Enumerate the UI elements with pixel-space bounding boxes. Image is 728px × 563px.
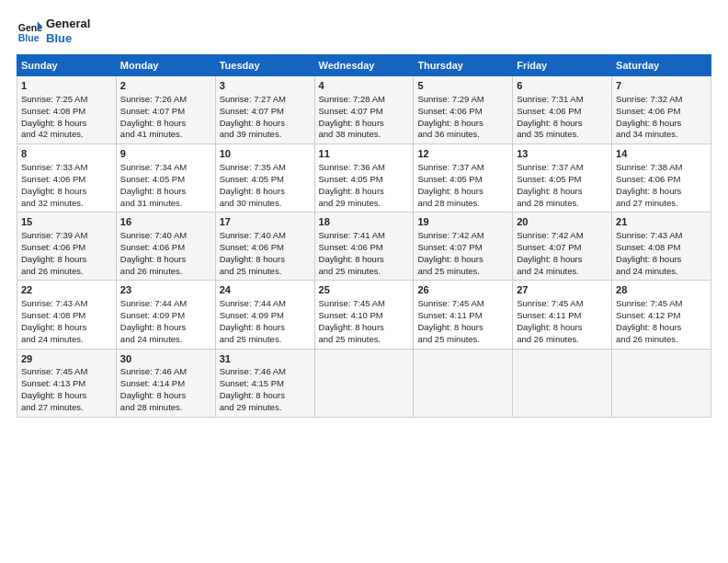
col-header-friday: Friday xyxy=(513,55,612,76)
day-cell: 27Sunrise: 7:45 AM Sunset: 4:11 PM Dayli… xyxy=(513,281,612,349)
day-cell: 1Sunrise: 7:25 AM Sunset: 4:08 PM Daylig… xyxy=(17,76,117,144)
day-content: Sunrise: 7:44 AM Sunset: 4:09 PM Dayligh… xyxy=(220,298,286,343)
day-cell xyxy=(314,349,414,417)
day-content: Sunrise: 7:27 AM Sunset: 4:07 PM Dayligh… xyxy=(220,94,286,139)
day-number: 15 xyxy=(21,215,112,229)
day-content: Sunrise: 7:34 AM Sunset: 4:05 PM Dayligh… xyxy=(120,162,187,207)
svg-text:Blue: Blue xyxy=(18,31,40,42)
day-content: Sunrise: 7:25 AM Sunset: 4:08 PM Dayligh… xyxy=(21,94,87,139)
day-cell: 26Sunrise: 7:45 AM Sunset: 4:11 PM Dayli… xyxy=(414,281,513,349)
day-cell: 21Sunrise: 7:43 AM Sunset: 4:08 PM Dayli… xyxy=(612,213,711,281)
day-number: 5 xyxy=(417,79,508,93)
day-cell: 13Sunrise: 7:37 AM Sunset: 4:05 PM Dayli… xyxy=(513,144,612,213)
day-content: Sunrise: 7:43 AM Sunset: 4:08 PM Dayligh… xyxy=(21,298,87,343)
day-number: 22 xyxy=(21,283,112,297)
day-number: 9 xyxy=(120,147,211,161)
day-cell: 11Sunrise: 7:36 AM Sunset: 4:05 PM Dayli… xyxy=(314,144,414,213)
day-content: Sunrise: 7:45 AM Sunset: 4:11 PM Dayligh… xyxy=(517,298,583,343)
day-number: 16 xyxy=(120,215,211,229)
day-content: Sunrise: 7:26 AM Sunset: 4:07 PM Dayligh… xyxy=(120,94,187,139)
day-cell: 6Sunrise: 7:31 AM Sunset: 4:06 PM Daylig… xyxy=(513,76,612,144)
page: General Blue General Blue SundayMondayTu… xyxy=(0,0,728,563)
day-number: 13 xyxy=(517,147,608,161)
day-cell: 20Sunrise: 7:42 AM Sunset: 4:07 PM Dayli… xyxy=(513,213,612,281)
week-row-4: 22Sunrise: 7:43 AM Sunset: 4:08 PM Dayli… xyxy=(17,281,711,349)
day-content: Sunrise: 7:40 AM Sunset: 4:06 PM Dayligh… xyxy=(120,230,187,275)
calendar-table: SundayMondayTuesdayWednesdayThursdayFrid… xyxy=(17,54,711,417)
day-number: 6 xyxy=(517,79,608,93)
day-cell: 5Sunrise: 7:29 AM Sunset: 4:06 PM Daylig… xyxy=(414,76,513,144)
col-header-tuesday: Tuesday xyxy=(215,55,314,76)
day-cell: 9Sunrise: 7:34 AM Sunset: 4:05 PM Daylig… xyxy=(116,144,215,213)
day-content: Sunrise: 7:42 AM Sunset: 4:07 PM Dayligh… xyxy=(517,230,583,275)
day-number: 27 xyxy=(517,283,608,297)
day-number: 10 xyxy=(220,147,311,161)
day-cell: 14Sunrise: 7:38 AM Sunset: 4:06 PM Dayli… xyxy=(612,144,711,213)
day-cell: 19Sunrise: 7:42 AM Sunset: 4:07 PM Dayli… xyxy=(414,213,513,281)
day-number: 3 xyxy=(220,79,311,93)
logo: General Blue General Blue xyxy=(17,17,90,45)
day-number: 2 xyxy=(120,79,211,93)
day-cell: 18Sunrise: 7:41 AM Sunset: 4:06 PM Dayli… xyxy=(314,213,414,281)
day-number: 29 xyxy=(21,352,112,366)
header: General Blue General Blue xyxy=(17,17,711,45)
week-row-1: 1Sunrise: 7:25 AM Sunset: 4:08 PM Daylig… xyxy=(17,76,711,144)
day-number: 14 xyxy=(616,147,707,161)
logo-line1: General xyxy=(46,17,90,31)
day-content: Sunrise: 7:39 AM Sunset: 4:06 PM Dayligh… xyxy=(21,230,87,275)
day-cell xyxy=(612,349,711,417)
day-cell: 25Sunrise: 7:45 AM Sunset: 4:10 PM Dayli… xyxy=(314,281,414,349)
col-header-sunday: Sunday xyxy=(17,55,117,76)
logo-icon: General Blue xyxy=(17,18,42,44)
day-number: 1 xyxy=(21,79,112,93)
day-number: 7 xyxy=(616,79,707,93)
day-number: 24 xyxy=(220,283,311,297)
day-cell: 3Sunrise: 7:27 AM Sunset: 4:07 PM Daylig… xyxy=(215,76,314,144)
day-content: Sunrise: 7:41 AM Sunset: 4:06 PM Dayligh… xyxy=(319,230,385,275)
col-header-saturday: Saturday xyxy=(612,55,711,76)
day-content: Sunrise: 7:45 AM Sunset: 4:10 PM Dayligh… xyxy=(319,298,385,343)
day-content: Sunrise: 7:42 AM Sunset: 4:07 PM Dayligh… xyxy=(417,230,483,275)
col-header-thursday: Thursday xyxy=(414,55,513,76)
day-cell: 28Sunrise: 7:45 AM Sunset: 4:12 PM Dayli… xyxy=(612,281,711,349)
day-content: Sunrise: 7:33 AM Sunset: 4:06 PM Dayligh… xyxy=(21,162,87,207)
day-number: 8 xyxy=(21,147,112,161)
logo-line2: Blue xyxy=(46,31,90,46)
day-content: Sunrise: 7:31 AM Sunset: 4:06 PM Dayligh… xyxy=(517,94,583,139)
day-content: Sunrise: 7:45 AM Sunset: 4:13 PM Dayligh… xyxy=(21,366,87,411)
day-number: 19 xyxy=(417,215,508,229)
day-content: Sunrise: 7:45 AM Sunset: 4:11 PM Dayligh… xyxy=(417,298,483,343)
day-cell: 16Sunrise: 7:40 AM Sunset: 4:06 PM Dayli… xyxy=(116,213,215,281)
day-cell: 31Sunrise: 7:46 AM Sunset: 4:15 PM Dayli… xyxy=(215,349,314,417)
day-cell: 7Sunrise: 7:32 AM Sunset: 4:06 PM Daylig… xyxy=(612,76,711,144)
day-number: 11 xyxy=(319,147,410,161)
day-number: 12 xyxy=(417,147,508,161)
day-number: 21 xyxy=(616,215,707,229)
day-content: Sunrise: 7:40 AM Sunset: 4:06 PM Dayligh… xyxy=(220,230,286,275)
day-cell xyxy=(513,349,612,417)
day-cell: 29Sunrise: 7:45 AM Sunset: 4:13 PM Dayli… xyxy=(17,349,117,417)
day-cell: 8Sunrise: 7:33 AM Sunset: 4:06 PM Daylig… xyxy=(17,144,117,213)
day-number: 23 xyxy=(120,283,211,297)
week-row-3: 15Sunrise: 7:39 AM Sunset: 4:06 PM Dayli… xyxy=(17,213,711,281)
day-cell: 2Sunrise: 7:26 AM Sunset: 4:07 PM Daylig… xyxy=(116,76,215,144)
day-content: Sunrise: 7:28 AM Sunset: 4:07 PM Dayligh… xyxy=(319,94,385,139)
day-content: Sunrise: 7:44 AM Sunset: 4:09 PM Dayligh… xyxy=(120,298,187,343)
day-content: Sunrise: 7:32 AM Sunset: 4:06 PM Dayligh… xyxy=(616,94,682,139)
day-content: Sunrise: 7:43 AM Sunset: 4:08 PM Dayligh… xyxy=(616,230,682,275)
day-cell: 24Sunrise: 7:44 AM Sunset: 4:09 PM Dayli… xyxy=(215,281,314,349)
day-content: Sunrise: 7:29 AM Sunset: 4:06 PM Dayligh… xyxy=(417,94,483,139)
day-cell: 4Sunrise: 7:28 AM Sunset: 4:07 PM Daylig… xyxy=(314,76,414,144)
day-content: Sunrise: 7:38 AM Sunset: 4:06 PM Dayligh… xyxy=(616,162,682,207)
day-content: Sunrise: 7:46 AM Sunset: 4:15 PM Dayligh… xyxy=(220,366,286,411)
col-header-wednesday: Wednesday xyxy=(314,55,414,76)
day-cell: 22Sunrise: 7:43 AM Sunset: 4:08 PM Dayli… xyxy=(17,281,117,349)
day-number: 20 xyxy=(517,215,608,229)
day-number: 4 xyxy=(319,79,410,93)
day-cell: 17Sunrise: 7:40 AM Sunset: 4:06 PM Dayli… xyxy=(215,213,314,281)
day-number: 25 xyxy=(319,283,410,297)
day-number: 30 xyxy=(120,352,211,366)
day-number: 28 xyxy=(616,283,707,297)
week-row-5: 29Sunrise: 7:45 AM Sunset: 4:13 PM Dayli… xyxy=(17,349,711,417)
day-content: Sunrise: 7:37 AM Sunset: 4:05 PM Dayligh… xyxy=(517,162,583,207)
